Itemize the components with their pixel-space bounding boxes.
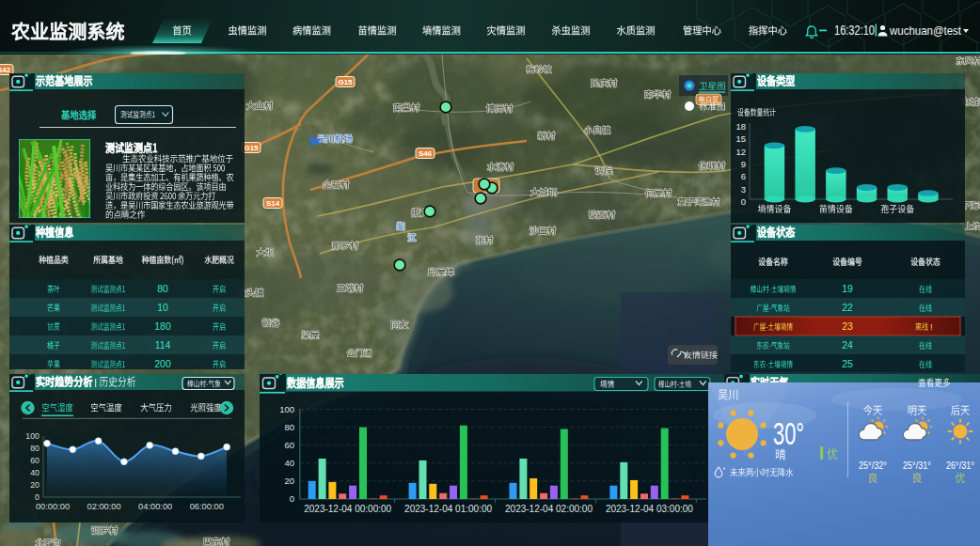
svg-text:80: 80 bbox=[284, 422, 294, 432]
svg-text:0: 0 bbox=[290, 493, 294, 504]
svg-text:0: 0 bbox=[35, 492, 40, 502]
svg-text:23: 23 bbox=[842, 320, 853, 332]
svg-text:2023-12-04 01:00:00: 2023-12-04 01:00:00 bbox=[404, 503, 492, 514]
svg-text:04:00:00: 04:00:00 bbox=[138, 502, 172, 511]
svg-text:06:00:00: 06:00:00 bbox=[190, 502, 224, 511]
svg-text:S14: S14 bbox=[266, 199, 280, 208]
svg-text:20: 20 bbox=[30, 480, 40, 490]
svg-text:24: 24 bbox=[842, 339, 853, 351]
svg-text:9: 9 bbox=[741, 159, 746, 169]
svg-text:25°/32°: 25°/32° bbox=[859, 459, 887, 471]
svg-text:10: 10 bbox=[157, 302, 168, 313]
svg-text:!: ! bbox=[930, 321, 933, 332]
svg-text:2023-12-04 00:00:00: 2023-12-04 00:00:00 bbox=[304, 503, 391, 514]
svg-text:15: 15 bbox=[735, 133, 746, 144]
svg-text:100: 100 bbox=[25, 431, 40, 441]
svg-text:25°/31°: 25°/31° bbox=[903, 459, 931, 471]
svg-text:60: 60 bbox=[30, 456, 40, 465]
svg-text:80: 80 bbox=[157, 283, 168, 294]
svg-text:12: 12 bbox=[735, 147, 746, 157]
svg-text:40: 40 bbox=[30, 468, 40, 477]
svg-text:200: 200 bbox=[154, 358, 171, 369]
svg-text:26°/31°: 26°/31° bbox=[946, 459, 974, 471]
svg-text:19: 19 bbox=[842, 283, 853, 294]
svg-text:wuchuan@test: wuchuan@test bbox=[889, 23, 961, 38]
svg-text:16:32:10: 16:32:10 bbox=[834, 23, 875, 38]
svg-text:40: 40 bbox=[284, 458, 294, 468]
svg-text:180: 180 bbox=[154, 320, 171, 332]
svg-text:02:00:00: 02:00:00 bbox=[87, 502, 120, 511]
svg-text:18: 18 bbox=[735, 121, 746, 132]
svg-text:60: 60 bbox=[284, 440, 294, 450]
svg-text:80: 80 bbox=[30, 444, 40, 453]
svg-text:20: 20 bbox=[284, 476, 294, 486]
svg-text:6: 6 bbox=[741, 171, 746, 181]
svg-text:S46: S46 bbox=[419, 149, 433, 158]
svg-text:G15: G15 bbox=[244, 144, 259, 152]
svg-text:00:00:00: 00:00:00 bbox=[36, 502, 70, 511]
svg-text:G15: G15 bbox=[338, 78, 353, 86]
svg-text:100: 100 bbox=[279, 404, 294, 414]
svg-text:22: 22 bbox=[842, 302, 853, 313]
svg-text:2023-12-04 02:00:00: 2023-12-04 02:00:00 bbox=[505, 503, 593, 514]
svg-text:3: 3 bbox=[741, 184, 746, 195]
svg-text:30°: 30° bbox=[773, 416, 804, 451]
svg-text:0: 0 bbox=[741, 196, 746, 207]
svg-text:114: 114 bbox=[155, 339, 171, 351]
svg-text:25: 25 bbox=[842, 358, 853, 369]
svg-text:2023-12-04 03:00:00: 2023-12-04 03:00:00 bbox=[606, 503, 693, 514]
